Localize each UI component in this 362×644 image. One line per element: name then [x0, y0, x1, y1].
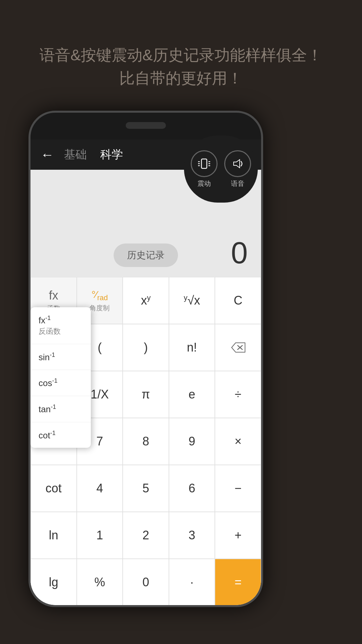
keyboard-area: fx-1 反函数 sin-1 cos-1 tan-1 cot-1 fx 函数 °… — [31, 277, 261, 605]
svg-marker-7 — [234, 160, 240, 168]
history-button[interactable]: 历史记录 — [114, 244, 178, 267]
key-4[interactable]: 4 — [77, 465, 123, 512]
key-subtract[interactable]: − — [215, 465, 261, 512]
inv-cos-item[interactable]: cos-1 — [31, 370, 91, 396]
phone-frame: ← 基础 科学 震动 — [28, 111, 263, 607]
key-0[interactable]: 0 — [123, 559, 169, 605]
key-nthroot[interactable]: y√x — [169, 277, 215, 324]
key-divide[interactable]: ÷ — [215, 371, 261, 418]
key-backspace[interactable] — [215, 324, 261, 371]
speaker — [126, 122, 166, 129]
vibrate-label: 震动 — [197, 179, 211, 188]
voice-label: 语音 — [231, 179, 244, 188]
key-5[interactable]: 5 — [123, 465, 169, 512]
key-2[interactable]: 2 — [123, 512, 169, 559]
inv-fx-label: 反函数 — [39, 326, 83, 336]
promo-line1: 语音&按键震动&历史记录功能样样俱全！ — [13, 44, 349, 67]
key-rparen[interactable]: ) — [123, 324, 169, 371]
key-euler[interactable]: e — [169, 371, 215, 418]
back-button[interactable]: ← — [41, 147, 54, 162]
display-value: 0 — [231, 236, 248, 270]
backspace-icon — [230, 341, 246, 354]
key-multiply[interactable]: × — [215, 418, 261, 465]
vibrate-button[interactable]: 震动 — [191, 150, 218, 188]
key-lg[interactable]: lg — [31, 559, 77, 605]
key-cot[interactable]: cot — [31, 465, 77, 512]
key-power[interactable]: xy — [123, 277, 169, 324]
svg-rect-0 — [201, 159, 207, 168]
key-1[interactable]: 1 — [77, 512, 123, 559]
inv-sin-item[interactable]: sin-1 — [31, 344, 91, 370]
key-add[interactable]: + — [215, 512, 261, 559]
phone-inner: ← 基础 科学 震动 — [31, 113, 261, 605]
tab-basic[interactable]: 基础 — [64, 147, 87, 162]
tab-science[interactable]: 科学 — [100, 147, 123, 162]
inverse-popup: fx-1 反函数 sin-1 cos-1 tan-1 cot-1 — [31, 307, 91, 448]
key-pi[interactable]: π — [123, 371, 169, 418]
inv-cot-item[interactable]: cot-1 — [31, 422, 91, 448]
vibrate-icon — [191, 150, 218, 177]
inv-fx-item[interactable]: fx-1 反函数 — [31, 307, 91, 344]
inv-tan-item[interactable]: tan-1 — [31, 396, 91, 422]
key-factorial[interactable]: n! — [169, 324, 215, 371]
key-8[interactable]: 8 — [123, 418, 169, 465]
voice-icon — [224, 150, 251, 177]
voice-button[interactable]: 语音 — [224, 150, 251, 188]
key-9[interactable]: 9 — [169, 418, 215, 465]
key-6[interactable]: 6 — [169, 465, 215, 512]
key-dot[interactable]: · — [169, 559, 215, 605]
key-percent[interactable]: % — [77, 559, 123, 605]
key-equals[interactable]: = — [215, 559, 261, 605]
settings-popup: 震动 语音 — [184, 136, 258, 203]
promo-text: 语音&按键震动&历史记录功能样样俱全！ 比自带的更好用！ — [0, 44, 362, 90]
promo-line2: 比自带的更好用！ — [13, 67, 349, 90]
key-ln[interactable]: ln — [31, 512, 77, 559]
key-3[interactable]: 3 — [169, 512, 215, 559]
key-clear[interactable]: C — [215, 277, 261, 324]
